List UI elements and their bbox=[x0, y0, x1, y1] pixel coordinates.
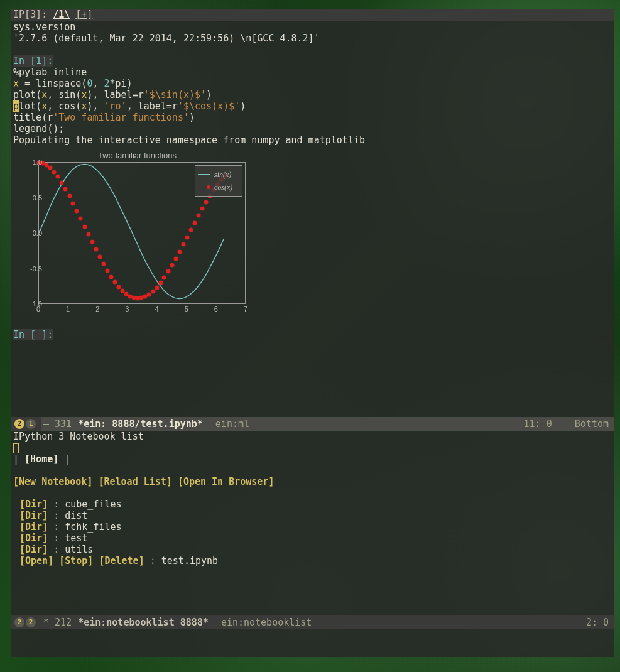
separator: : bbox=[48, 510, 65, 521]
notebooklist-title: IPython 3 Notebook list bbox=[11, 431, 614, 442]
chart-data-point bbox=[200, 207, 205, 211]
chart-plot-area: sin(x) cos(x) bbox=[38, 162, 246, 304]
dir-name: cube_files bbox=[65, 499, 121, 510]
buffer-name: *ein: 8888/test.ipynb* bbox=[78, 417, 203, 431]
home-link[interactable]: [Home] bbox=[24, 453, 58, 465]
x-tick-label: 7 bbox=[244, 305, 247, 313]
tab-bar: IP[3]: /1\ [+] bbox=[11, 9, 614, 21]
separator: : bbox=[48, 499, 65, 510]
notebook-panel: sys.version '2.7.6 (default, Mar 22 2014… bbox=[11, 21, 614, 352]
dir-row: [Dir] : utils bbox=[11, 544, 614, 555]
window-num-icon: 2 bbox=[14, 419, 24, 429]
open-button[interactable]: [Open] bbox=[19, 555, 53, 566]
x-tick-label: 5 bbox=[185, 305, 188, 313]
window-num-icon: 2 bbox=[26, 617, 36, 627]
new-notebook-button[interactable]: [New Notebook] bbox=[13, 476, 92, 487]
dir-name: dist bbox=[65, 510, 87, 521]
legend-entry-sin: sin(x) bbox=[198, 168, 239, 181]
code-line[interactable]: title(r'Two familiar functions') bbox=[11, 112, 614, 123]
y-tick-label: 1.0 bbox=[33, 158, 42, 166]
chart-data-point bbox=[97, 255, 102, 259]
x-tick-label: 4 bbox=[155, 305, 159, 313]
chart-data-point bbox=[67, 194, 72, 198]
delete-button[interactable]: [Delete] bbox=[99, 555, 144, 566]
chart-data-point bbox=[192, 220, 197, 225]
chart-data-point bbox=[151, 289, 155, 293]
window-num-icon: 2 bbox=[14, 617, 24, 627]
chart-title: Two familiar functions bbox=[13, 151, 261, 160]
legend-entry-cos: cos(x) bbox=[198, 181, 239, 193]
cell-prompt-empty[interactable]: In [ ]: bbox=[11, 329, 614, 340]
dir-row: [Dir] : test bbox=[11, 533, 614, 544]
chart-data-point bbox=[90, 240, 94, 244]
stop-button[interactable]: [Stop] bbox=[59, 555, 93, 566]
chart-data-point bbox=[170, 263, 174, 268]
chart-data-point bbox=[75, 209, 79, 214]
tab-active[interactable]: /1\ bbox=[53, 9, 70, 20]
code-line[interactable]: x = linspace(0, 2*pi) bbox=[11, 78, 614, 89]
open-browser-button[interactable]: [Open In Browser] bbox=[178, 476, 275, 487]
major-mode: ein:ml bbox=[215, 417, 249, 431]
notebooklist-panel: IPython 3 Notebook list | [Home] | [New … bbox=[11, 431, 614, 566]
chart-data-point bbox=[56, 175, 60, 179]
chart-data-point bbox=[204, 200, 209, 204]
reload-list-button[interactable]: [Reload List] bbox=[98, 476, 171, 487]
spacer bbox=[11, 352, 614, 417]
notebook-row: [Open] [Stop] [Delete] : test.ipynb bbox=[11, 555, 614, 566]
chart-data-point bbox=[101, 262, 106, 266]
dir-button[interactable]: [Dir] bbox=[19, 499, 48, 510]
chart-data-point bbox=[60, 180, 64, 185]
output-line: Populating the interactive namespace fro… bbox=[11, 134, 614, 146]
chart-data-point bbox=[105, 268, 109, 273]
code-line[interactable]: plot(x, sin(x), label=r'$\sin(x)$') bbox=[11, 89, 614, 100]
cursor: p bbox=[13, 100, 19, 112]
window-num-icon: 1 bbox=[26, 419, 36, 429]
code-line[interactable]: legend(); bbox=[11, 123, 614, 134]
notebooklist-actions: [New Notebook] [Reload List] [Open In Br… bbox=[11, 476, 614, 487]
modeline-position: 2: 0 bbox=[586, 615, 609, 629]
dir-row: [Dir] : cube_files bbox=[11, 499, 614, 510]
cursor-outline bbox=[13, 443, 19, 453]
x-tick-label: 0 bbox=[36, 305, 40, 313]
separator: : bbox=[48, 533, 65, 544]
chart-data-point bbox=[155, 285, 159, 290]
tab-add[interactable]: [+] bbox=[75, 9, 92, 20]
chart-data-point bbox=[185, 235, 189, 239]
chart-data-point bbox=[166, 269, 170, 274]
separator: : bbox=[48, 521, 65, 533]
chart-data-point bbox=[116, 285, 121, 289]
blank-line bbox=[11, 44, 614, 55]
chart-data-point bbox=[71, 201, 75, 205]
dir-button[interactable]: [Dir] bbox=[19, 544, 48, 555]
modeline-bottom: 2 2 * 212 *ein:notebooklist 8888* ein:no… bbox=[11, 615, 614, 629]
chart-data-point bbox=[113, 280, 117, 285]
dir-button[interactable]: [Dir] bbox=[19, 533, 48, 544]
code-line[interactable]: plot(x, cos(x), 'ro', label=r'$\cos(x)$'… bbox=[11, 100, 614, 112]
y-tick-label: 0.0 bbox=[33, 229, 42, 237]
chart-data-point bbox=[52, 170, 57, 174]
dir-button[interactable]: [Dir] bbox=[19, 521, 48, 533]
chart-data-point bbox=[86, 232, 90, 236]
dir-row: [Dir] : fchk_files bbox=[11, 521, 614, 533]
chart-data-point bbox=[63, 187, 68, 192]
code-line[interactable]: %pylab inline bbox=[11, 67, 614, 78]
chart-data-point bbox=[94, 247, 98, 252]
chart-data-point bbox=[109, 274, 114, 279]
chart-data-point bbox=[162, 275, 166, 279]
dir-name: fchk_files bbox=[65, 521, 121, 533]
chart-data-point bbox=[173, 256, 178, 261]
legend-line-icon bbox=[198, 174, 210, 175]
spacer bbox=[11, 566, 614, 615]
dir-name: test bbox=[65, 533, 87, 544]
chart-data-point bbox=[147, 292, 151, 296]
modeline-top: 2 1 — 331 *ein: 8888/test.ipynb* ein:ml … bbox=[11, 417, 614, 431]
chart-data-point bbox=[82, 224, 87, 229]
chart-data-point bbox=[188, 228, 193, 232]
dir-name: utils bbox=[65, 544, 93, 555]
cell-prompt: In [1]: bbox=[11, 55, 614, 67]
chart-data-point bbox=[177, 249, 182, 254]
major-mode: ein:notebooklist bbox=[221, 615, 312, 629]
output-line: sys.version bbox=[11, 21, 614, 33]
dir-button[interactable]: [Dir] bbox=[19, 510, 48, 521]
x-tick-label: 1 bbox=[66, 305, 70, 313]
